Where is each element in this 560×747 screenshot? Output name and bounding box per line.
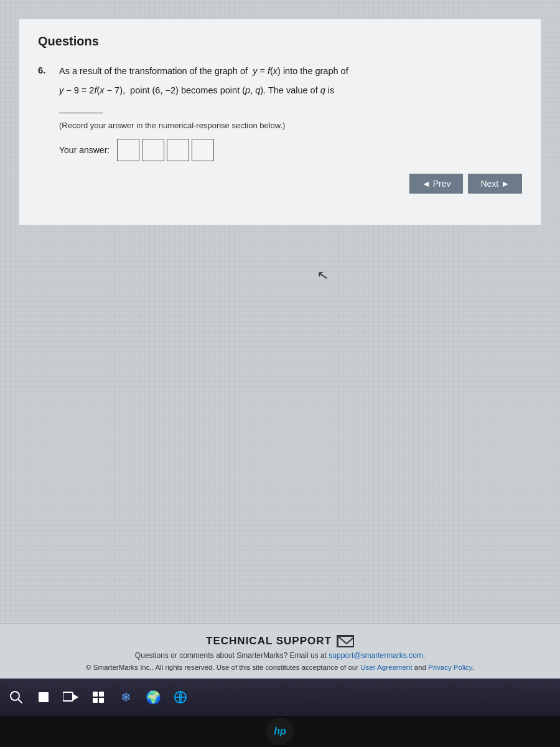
tech-support-heading: TECHNICAL SUPPORT — [12, 635, 548, 647]
question-body: As a result of the transformation of the… — [59, 63, 522, 194]
svg-rect-9 — [99, 698, 104, 703]
taskbar: ❄ 🌍 hp — [0, 679, 560, 747]
question-text-line1: As a result of the transformation of the… — [59, 63, 522, 79]
video-call-taskbar-icon[interactable] — [61, 687, 81, 707]
support-text: Questions or comments about SmarterMarks… — [12, 651, 548, 660]
cursor-indicator: ↖ — [316, 267, 330, 285]
user-agreement-link[interactable]: User Agreement — [360, 664, 412, 671]
support-email-link[interactable]: support@smartermarks.com — [329, 651, 423, 660]
answer-boxes — [117, 139, 214, 161]
question-text-line2: y − 9 = 2f(x − 7), point (6, −2) becomes… — [59, 83, 522, 98]
next-button[interactable]: Next ► — [468, 174, 522, 194]
svg-rect-6 — [93, 692, 98, 697]
tech-support-label: TECHNICAL SUPPORT — [206, 635, 332, 647]
search-taskbar-icon[interactable] — [6, 687, 26, 707]
answer-box-3[interactable] — [167, 139, 189, 161]
main-content-area: Questions 6. As a result of the transfor… — [0, 0, 560, 651]
footer-area: TECHNICAL SUPPORT Questions or comments … — [0, 623, 560, 679]
earth-taskbar-icon[interactable]: 🌍 — [143, 687, 163, 707]
browser-taskbar-icon[interactable] — [170, 687, 190, 707]
answer-row: Your answer: — [59, 139, 522, 161]
svg-rect-8 — [93, 698, 98, 703]
email-icon — [337, 635, 354, 647]
svg-rect-4 — [63, 692, 73, 701]
svg-rect-7 — [99, 692, 104, 697]
snowflake-taskbar-icon[interactable]: ❄ — [116, 687, 136, 707]
answer-blank-line — [59, 101, 103, 113]
stop-taskbar-icon[interactable] — [34, 687, 54, 707]
answer-box-4[interactable] — [192, 139, 214, 161]
answer-box-2[interactable] — [142, 139, 164, 161]
page-title: Questions — [38, 34, 522, 49]
navigation-buttons: ◄ Prev Next ► — [59, 174, 522, 194]
question-card: Questions 6. As a result of the transfor… — [19, 19, 541, 225]
privacy-policy-link[interactable]: Privacy Policy — [428, 664, 472, 671]
record-note: (Record your answer in the numerical-res… — [59, 121, 522, 130]
hp-text: hp — [274, 726, 286, 737]
taskbar-bottom: hp — [0, 716, 560, 747]
question-block-6: 6. As a result of the transformation of … — [38, 63, 522, 194]
answer-box-1[interactable] — [117, 139, 139, 161]
taskbar-top: ❄ 🌍 — [0, 679, 560, 716]
question-number: 6. — [38, 63, 52, 194]
hp-logo: hp — [266, 718, 294, 745]
svg-marker-5 — [73, 694, 78, 700]
answer-label: Your answer: — [59, 145, 110, 155]
prev-button[interactable]: ◄ Prev — [409, 174, 464, 194]
copyright-text: © SmarterMarks Inc.. All rights reserved… — [12, 664, 548, 671]
grid-taskbar-icon[interactable] — [88, 687, 108, 707]
svg-line-2 — [18, 699, 22, 703]
svg-rect-3 — [39, 692, 49, 702]
